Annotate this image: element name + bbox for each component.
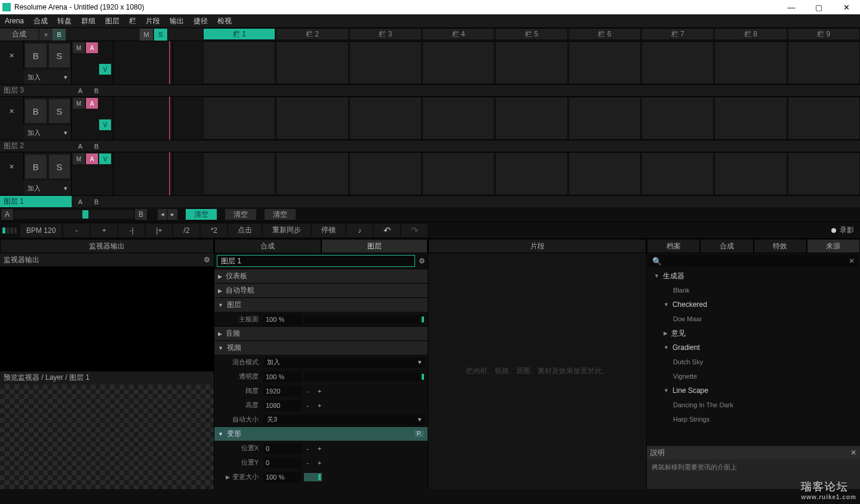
layer-m-button[interactable]: M (73, 153, 85, 164)
column-4[interactable]: 栏 4 (422, 28, 494, 40)
props-tab-layer[interactable]: 图层 (321, 239, 428, 253)
clip-cell[interactable] (276, 152, 348, 195)
record-button[interactable]: 录影 (840, 225, 854, 235)
close-button[interactable]: ✕ (833, 0, 860, 14)
column-9[interactable]: 栏 9 (788, 28, 860, 40)
height-plus[interactable]: + (314, 402, 325, 409)
tree-item[interactable]: ▼Gradient (647, 340, 860, 355)
clip-cell[interactable] (422, 152, 494, 195)
layer-m-button[interactable]: M (73, 42, 85, 53)
menu-shortcuts[interactable]: 捷径 (194, 16, 208, 26)
layer-m-button[interactable]: M (73, 98, 85, 109)
width-plus[interactable]: + (314, 388, 325, 395)
section-transform[interactable]: ▼变形P. (214, 426, 428, 441)
layer-bypass-button[interactable]: B (25, 155, 47, 179)
layer-a-button[interactable]: A (86, 153, 98, 164)
composition-close-button[interactable]: × (39, 29, 53, 41)
posx-plus[interactable]: + (314, 445, 325, 452)
layer-name-label[interactable]: 图层 2 (0, 140, 72, 152)
transform-preset-icon[interactable]: P. (414, 431, 424, 437)
layer-solo-button[interactable]: S (49, 99, 70, 123)
layer-v-button[interactable]: V (99, 64, 111, 75)
layer-name-label[interactable]: 图层 3 (0, 85, 72, 96)
clip-cell[interactable] (569, 152, 641, 195)
composition-solo-button[interactable]: S (154, 29, 167, 41)
bpm-plus-button[interactable]: + (91, 224, 117, 237)
clear-button-1[interactable]: 清空 (186, 209, 217, 220)
composition-tab[interactable]: 合成 (0, 29, 38, 41)
column-3[interactable]: 栏 3 (349, 28, 422, 40)
clip-cell[interactable] (569, 41, 641, 84)
tree-generators[interactable]: ▼生成器 (647, 269, 860, 283)
column-2[interactable]: 栏 2 (276, 28, 348, 40)
clip-cell[interactable] (349, 97, 422, 140)
bpm-resync-button[interactable]: 重新同步 (263, 224, 311, 237)
clip-cell[interactable] (349, 41, 422, 84)
clip-cell[interactable] (203, 41, 275, 84)
xfader-b-button[interactable]: B (135, 209, 147, 220)
clip-drop-area[interactable]: 把画框、视频、迴圈、素材及效果放置於此。 (428, 253, 646, 489)
xfader-a-button[interactable]: A (1, 209, 13, 220)
clear-button-2[interactable]: 清空 (225, 209, 256, 220)
clip-cell[interactable] (714, 97, 787, 140)
metronome-icon[interactable]: ♪ (346, 224, 373, 237)
clip-tab[interactable]: 片段 (428, 239, 646, 253)
bpm-nudge-left-button[interactable]: -| (118, 224, 145, 237)
rtab-compositions[interactable]: 合成 (700, 239, 753, 253)
column-1[interactable]: 栏 1 (203, 28, 275, 40)
clip-cell[interactable] (495, 97, 567, 140)
column-8[interactable]: 栏 8 (714, 28, 787, 40)
layer-xfader-a[interactable]: A (73, 85, 88, 96)
layer-clear-button[interactable]: × (0, 41, 24, 70)
menu-group[interactable]: 群组 (81, 16, 96, 26)
layer-bypass-button[interactable]: B (25, 99, 47, 123)
layer-bypass-button[interactable]: B (25, 44, 47, 67)
layer-v-button[interactable]: V (99, 153, 111, 164)
clip-cell[interactable] (422, 41, 494, 84)
menu-output[interactable]: 输出 (170, 16, 184, 26)
width-minus[interactable]: - (302, 388, 314, 395)
column-6[interactable]: 栏 6 (569, 28, 641, 40)
layer-clear-button[interactable]: × (0, 97, 24, 125)
menu-composition[interactable]: 合成 (33, 16, 48, 26)
clip-cell[interactable] (788, 41, 860, 84)
section-video[interactable]: ▼视频 (214, 340, 428, 355)
master-slider[interactable] (304, 315, 425, 324)
bpm-pause-button[interactable]: 停顿 (312, 224, 345, 237)
tree-item[interactable]: Dutch Sky (647, 355, 860, 369)
menu-layer[interactable]: 图层 (105, 16, 119, 26)
tree-item[interactable]: Blank (647, 283, 860, 297)
maximize-button[interactable]: ▢ (805, 0, 833, 14)
layer-opacity-fader[interactable] (113, 97, 173, 140)
bpm-double-button[interactable]: *2 (201, 224, 227, 237)
clip-cell[interactable] (641, 41, 714, 84)
bpm-tap-button[interactable]: 点击 (228, 224, 262, 237)
layer-xfader-a[interactable]: A (73, 140, 88, 152)
section-dashboard[interactable]: ▶仪表板 (214, 269, 428, 283)
layer-v-button[interactable]: V (99, 119, 111, 130)
layer-solo-button[interactable]: S (49, 44, 70, 67)
clip-cell[interactable] (349, 152, 422, 195)
height-minus[interactable]: - (302, 402, 314, 409)
width-value[interactable]: 1920 (263, 386, 302, 397)
clip-cell[interactable] (203, 152, 275, 195)
bpm-nudge-right-button[interactable]: |+ (146, 224, 172, 237)
clip-cell[interactable] (569, 97, 641, 140)
monitor-tab[interactable]: 监视器输出 (0, 239, 214, 253)
posy-minus[interactable]: - (302, 459, 314, 466)
bpm-minus-button[interactable]: - (63, 224, 90, 237)
layer-opacity-fader[interactable] (113, 152, 173, 195)
layer-clear-button[interactable]: × (0, 152, 24, 181)
xfader-prev-button[interactable]: ◄ (158, 209, 167, 220)
clip-cell[interactable] (714, 152, 787, 195)
composition-mute-button[interactable]: M (140, 29, 153, 41)
layer-settings-icon[interactable]: ⚙ (419, 257, 425, 265)
layer-a-button[interactable]: A (86, 42, 98, 53)
layer-xfader-a[interactable]: A (73, 196, 88, 207)
layer-xfader-b[interactable]: B (89, 85, 104, 96)
clip-cell[interactable] (276, 41, 348, 84)
tree-item[interactable]: Dancing In The Dark (647, 398, 860, 412)
opacity-value[interactable]: 100 % (263, 371, 302, 382)
layer-xfader-b[interactable]: B (89, 196, 104, 207)
tree-item[interactable]: ▶意见 (647, 326, 860, 340)
